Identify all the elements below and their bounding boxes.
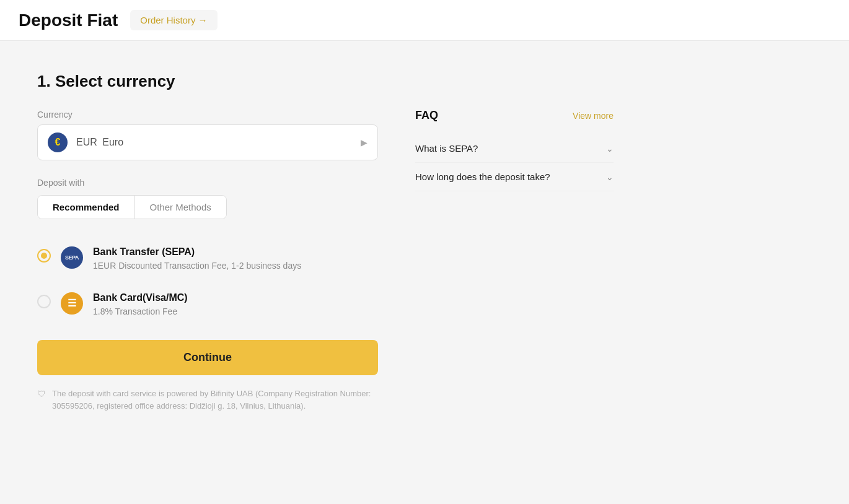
disclaimer-text: The deposit with card service is powered… — [52, 388, 378, 412]
bank-card-info: Bank Card(Visa/MC) 1.8% Transaction Fee — [93, 292, 378, 318]
bank-card-name: Bank Card(Visa/MC) — [93, 292, 378, 303]
header: Deposit Fiat Order History → — [0, 0, 849, 41]
chevron-down-icon-sepa: ⌄ — [606, 144, 614, 154]
payment-option-bank-transfer[interactable]: SEPA Bank Transfer (SEPA) 1EUR Discounte… — [37, 237, 378, 282]
faq-item-deposit-time[interactable]: How long does the deposit take? ⌄ — [415, 163, 614, 191]
deposit-with-label: Deposit with — [37, 178, 378, 188]
section-title: 1. Select currency — [37, 72, 378, 91]
currency-text: EUR Euro — [74, 137, 123, 148]
radio-inner-bank-transfer — [41, 253, 47, 259]
bank-transfer-name: Bank Transfer (SEPA) — [93, 246, 378, 258]
faq-header: FAQ View more — [415, 109, 614, 122]
card-icon: ☰ — [61, 292, 83, 315]
main-content: 1. Select currency Currency € EUR Euro ▶… — [0, 41, 849, 443]
left-panel: 1. Select currency Currency € EUR Euro ▶… — [37, 72, 378, 412]
currency-left: € EUR Euro — [48, 133, 123, 152]
faq-question-deposit-time: How long does the deposit take? — [415, 172, 550, 182]
chevron-down-icon-deposit-time: ⌄ — [606, 172, 614, 182]
order-history-button[interactable]: Order History → — [130, 10, 217, 30]
payment-option-bank-card[interactable]: ☰ Bank Card(Visa/MC) 1.8% Transaction Fe… — [37, 282, 378, 328]
tab-recommended[interactable]: Recommended — [38, 196, 135, 219]
radio-bank-transfer — [37, 249, 51, 263]
faq-panel: FAQ View more What is SEPA? ⌄ How long d… — [415, 72, 614, 412]
view-more-link[interactable]: View more — [573, 111, 614, 121]
page-title: Deposit Fiat — [19, 11, 118, 30]
continue-button[interactable]: Continue — [37, 340, 378, 375]
bank-transfer-info: Bank Transfer (SEPA) 1EUR Discounted Tra… — [93, 246, 378, 272]
bank-transfer-desc: 1EUR Discounted Transaction Fee, 1-2 bus… — [93, 260, 378, 272]
bank-card-desc: 1.8% Transaction Fee — [93, 306, 378, 318]
faq-title: FAQ — [415, 109, 438, 122]
disclaimer: 🛡 The deposit with card service is power… — [37, 388, 378, 412]
eur-icon: € — [48, 133, 68, 152]
shield-icon: 🛡 — [37, 389, 46, 399]
currency-selector[interactable]: € EUR Euro ▶ — [37, 124, 378, 160]
chevron-right-icon: ▶ — [361, 137, 367, 147]
tab-other-methods[interactable]: Other Methods — [135, 196, 226, 219]
payment-method-tabs: Recommended Other Methods — [37, 195, 227, 219]
sepa-icon: SEPA — [61, 246, 83, 269]
radio-bank-card — [37, 295, 51, 308]
currency-label: Currency — [37, 110, 378, 119]
faq-item-sepa[interactable]: What is SEPA? ⌄ — [415, 134, 614, 163]
faq-question-sepa: What is SEPA? — [415, 143, 478, 154]
